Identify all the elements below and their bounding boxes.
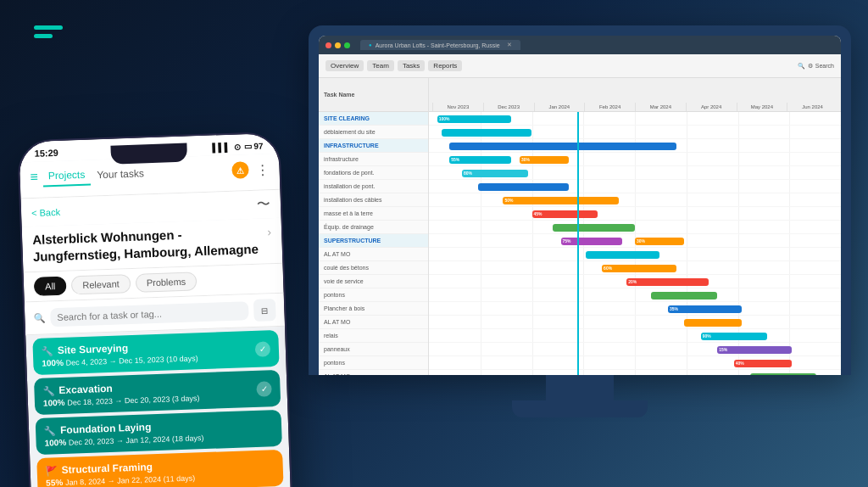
- gantt-label-drainage: Équip. de drainage: [319, 221, 428, 234]
- date-label-mar: Jan 2024: [534, 103, 585, 111]
- alert-icon[interactable]: ⚠: [231, 161, 249, 179]
- bar-label-9b: 30%: [635, 238, 647, 244]
- monitor-stand-neck: [546, 375, 614, 400]
- tab-maximize-dot[interactable]: [344, 42, 350, 48]
- gantt-bar-13[interactable]: [651, 292, 717, 299]
- gantt-bar-17[interactable]: 15%: [717, 346, 791, 354]
- gantt-bar-10[interactable]: [586, 251, 659, 259]
- gantt-row-17: 15%: [429, 343, 841, 356]
- filter-tab-relevant[interactable]: Relevant: [71, 274, 131, 294]
- gantt-bar-0[interactable]: 100%: [437, 115, 511, 123]
- filter-button[interactable]: ⊟: [253, 299, 276, 322]
- signal-icon: ▌▌▌: [212, 142, 231, 152]
- bar-label-16: 90%: [701, 333, 713, 339]
- monitor-mockup: ● Aurora Urban Lofts - Saint-Petersbourg…: [309, 25, 851, 417]
- filter-tab-problems[interactable]: Problems: [135, 271, 197, 293]
- gantt-chart-area: 100%: [429, 112, 841, 375]
- gantt-label-deblaiement: déblaiement du site: [319, 126, 428, 139]
- bar-label-17: 15%: [717, 347, 729, 352]
- bar-label-14: 35%: [668, 306, 680, 311]
- gantt-row-4: 80%: [429, 166, 841, 180]
- task-icon-site-surveying: 🔧: [42, 345, 53, 356]
- monitor-tab-bar: ● Aurora Urban Lofts - Saint-Petersbourg…: [319, 36, 841, 54]
- status-time: 15:29: [34, 148, 58, 159]
- toolbar-btn-reports[interactable]: Reports: [428, 60, 462, 71]
- toolbar-btn-overview[interactable]: Overview: [326, 60, 364, 71]
- gantt-bar-9b[interactable]: 30%: [635, 238, 684, 245]
- gantt-label-al-at-mo-3: AL AT MO: [319, 370, 428, 375]
- toolbar-btn-team[interactable]: Team: [367, 60, 394, 71]
- task-list: 🔧 Site Surveying 100% Dec 4, 2023 → Dec …: [25, 327, 295, 487]
- back-button[interactable]: < Back: [31, 206, 60, 217]
- today-line: [577, 112, 579, 375]
- monitor-stand-base: [512, 400, 648, 417]
- gantt-bar-7[interactable]: 45%: [532, 210, 598, 218]
- menu-icon[interactable]: ⋮: [255, 161, 270, 178]
- bar-label-18: 40%: [734, 361, 746, 366]
- gantt-bar-15[interactable]: [684, 319, 742, 327]
- task-item-foundation-laying[interactable]: 🔧 Foundation Laying 100% Dec 20, 2023 → …: [36, 410, 282, 455]
- gantt-label-infrastructure: INFRASTRUCTURE: [319, 139, 428, 153]
- gantt-bar-14[interactable]: 35%: [668, 305, 742, 313]
- search-input[interactable]: [50, 301, 249, 327]
- tab-close-dot[interactable]: [326, 42, 331, 48]
- gantt-bar-6[interactable]: 50%: [503, 197, 618, 204]
- gantt-bar-2[interactable]: [449, 143, 676, 150]
- gantt-bar-18[interactable]: 40%: [734, 360, 792, 367]
- gantt-bar-11[interactable]: 60%: [602, 265, 676, 272]
- logo: [34, 25, 63, 38]
- logo-line-2: [34, 34, 53, 38]
- gantt-row-11: 60%: [429, 261, 841, 275]
- gantt-bar-3a[interactable]: 55%: [449, 156, 511, 164]
- date-label-jun: Apr 2024: [686, 103, 737, 111]
- gantt-bar-3b[interactable]: 30%: [520, 156, 569, 164]
- gantt-row-13: [429, 288, 841, 302]
- gantt-label-terre: masse et à la terre: [319, 207, 428, 221]
- status-icons: ▌▌▌ ⊙ ▭ 97: [212, 141, 264, 152]
- task-icon-excavation: 🔧: [42, 385, 54, 396]
- task-item-structural-framing[interactable]: 🚩 Structural Framing 55% Jan 8, 2024 → J…: [36, 450, 283, 487]
- task-icon-structural: 🚩: [46, 465, 58, 476]
- wifi-icon: ⊙: [233, 142, 240, 151]
- gantt-row-8: [429, 221, 841, 234]
- gantt-row-5: [429, 180, 841, 193]
- gantt-label-superstructure: SUPERSTRUCTURE: [319, 234, 428, 248]
- gantt-bar-5[interactable]: [478, 183, 569, 191]
- gantt-bar-19[interactable]: [750, 373, 816, 376]
- gantt-bar-12[interactable]: 20%: [626, 278, 709, 286]
- task-item-site-surveying[interactable]: 🔧 Site Surveying 100% Dec 4, 2023 → Dec …: [32, 330, 279, 375]
- gantt-bar-16[interactable]: 90%: [701, 333, 767, 340]
- gantt-row-15: [429, 316, 841, 329]
- gantt-label-panneaux: panneaux: [319, 343, 428, 356]
- gantt-label-cables: installation des câbles: [319, 193, 428, 207]
- gantt-bar-9a[interactable]: 75%: [561, 238, 623, 245]
- gantt-label-relais: relais: [319, 329, 428, 343]
- nav-tab-your-tasks[interactable]: Your tasks: [92, 164, 149, 184]
- nav-tab-projects[interactable]: Projects: [43, 165, 91, 188]
- monitor-screen: ● Aurora Urban Lofts - Saint-Petersbourg…: [319, 36, 841, 375]
- gantt-row-18: 40%: [429, 356, 841, 370]
- gantt-bar-1[interactable]: [442, 129, 532, 137]
- bar-label-0: 100%: [437, 116, 452, 121]
- gantt-label-infra: infrastructure: [319, 153, 428, 166]
- filter-tab-all[interactable]: All: [34, 277, 67, 296]
- bar-label-7: 45%: [532, 211, 544, 216]
- gantt-bar-4[interactable]: 80%: [462, 170, 528, 177]
- nav-icons: ⚠ ⋮: [231, 160, 270, 179]
- task-item-excavation[interactable]: 🔧 Excavation 100% Dec 18, 2023 → Dec 20,…: [34, 370, 281, 415]
- gantt-bar-8[interactable]: [553, 224, 635, 232]
- gantt-main: Nov 2023 Dec 2023 Jan 2024 Feb 2024 Mar …: [429, 78, 841, 375]
- tab-minimize-dot[interactable]: [335, 42, 341, 48]
- gantt-label-site-clearing: SITE CLEARING: [319, 112, 428, 126]
- gantt-row-16: 90%: [429, 329, 841, 343]
- gantt-label-pontons-2: pontons: [319, 356, 428, 370]
- task-name-excavation: Excavation: [58, 383, 113, 396]
- activity-icon[interactable]: 〜: [257, 195, 271, 214]
- date-label-may: Mar 2024: [635, 103, 686, 111]
- toolbar-zoom-icon[interactable]: 🔍: [798, 63, 805, 70]
- gantt-row-1: [429, 126, 841, 139]
- monitor-tab-title[interactable]: ● Aurora Urban Lofts - Saint-Petersbourg…: [360, 40, 520, 50]
- gantt-label-service-1: voie de service: [319, 275, 428, 288]
- toolbar-btn-tasks[interactable]: Tasks: [398, 60, 425, 71]
- toolbar-settings-icon[interactable]: ⚙: [808, 63, 813, 70]
